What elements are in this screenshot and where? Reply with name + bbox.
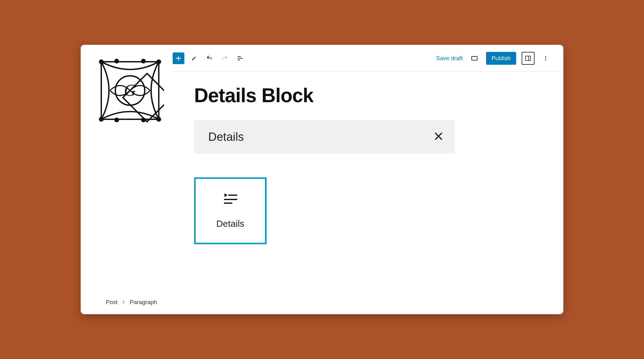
sidebar-icon bbox=[525, 55, 531, 62]
left-column: G bbox=[81, 45, 173, 314]
close-icon bbox=[433, 131, 444, 141]
undo-button[interactable] bbox=[204, 53, 215, 64]
chevron-right-icon bbox=[122, 299, 125, 306]
content-area: Details Block bbox=[173, 72, 563, 244]
main-column: Save draft Publish bbox=[173, 45, 563, 314]
svg-marker-18 bbox=[224, 193, 228, 197]
more-vertical-icon bbox=[542, 55, 549, 61]
block-result-label: Details bbox=[216, 218, 244, 229]
publish-button[interactable]: Publish bbox=[486, 52, 516, 65]
svg-rect-13 bbox=[526, 56, 531, 60]
editor-body: G bbox=[81, 45, 563, 314]
redo-button[interactable] bbox=[219, 53, 230, 64]
svg-point-15 bbox=[545, 56, 546, 57]
gutenberg-logo-icon: G bbox=[96, 57, 164, 124]
svg-rect-12 bbox=[472, 56, 477, 60]
settings-sidebar-toggle[interactable] bbox=[522, 52, 535, 65]
svg-point-17 bbox=[545, 60, 546, 60]
edit-mode-button[interactable] bbox=[189, 53, 200, 64]
block-search-input[interactable] bbox=[208, 130, 433, 144]
svg-text:G: G bbox=[124, 81, 136, 99]
desktop-icon bbox=[471, 55, 478, 62]
pencil-icon bbox=[191, 55, 197, 62]
block-search-box bbox=[194, 120, 455, 153]
more-options-button[interactable] bbox=[540, 53, 551, 64]
editor-window: G bbox=[81, 45, 563, 314]
site-logo[interactable]: G bbox=[96, 57, 164, 124]
block-result-details[interactable]: Details bbox=[194, 177, 266, 244]
save-draft-button[interactable]: Save draft bbox=[436, 55, 463, 62]
breadcrumb-root[interactable]: Post bbox=[106, 299, 117, 306]
breadcrumb: Post Paragraph bbox=[106, 299, 157, 306]
svg-point-16 bbox=[545, 58, 546, 59]
details-block-icon bbox=[223, 193, 237, 206]
preview-button[interactable] bbox=[468, 52, 481, 64]
document-overview-button[interactable] bbox=[235, 53, 246, 64]
editor-toolbar: Save draft Publish bbox=[173, 45, 563, 72]
breadcrumb-current[interactable]: Paragraph bbox=[130, 299, 157, 306]
list-view-icon bbox=[237, 55, 243, 62]
plus-icon bbox=[175, 55, 182, 62]
page-title[interactable]: Details Block bbox=[194, 84, 542, 107]
redo-icon bbox=[221, 55, 228, 62]
undo-icon bbox=[206, 55, 213, 62]
clear-search-button[interactable] bbox=[433, 131, 444, 143]
toolbar-left bbox=[173, 52, 246, 64]
add-block-button[interactable] bbox=[173, 52, 184, 64]
toolbar-right: Save draft Publish bbox=[436, 52, 551, 65]
